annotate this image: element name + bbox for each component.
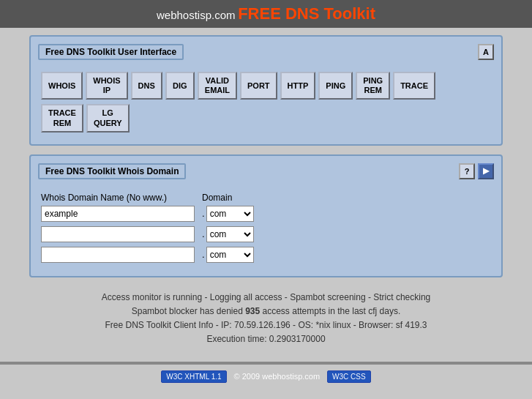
footer-line3: Free DNS Toolkit Client Info - IP: 70.59… <box>29 318 503 332</box>
btn-trace-rem[interactable]: TRACEREM <box>41 104 83 132</box>
go-btn[interactable]: ▶ <box>478 163 494 179</box>
footer-badges: W3C XHTML 1.1 © 2009 webhostisp.com W3C … <box>0 368 532 389</box>
form-columns: Whois Domain Name (No www.) Domain . com… <box>41 193 491 263</box>
footer-bar <box>0 362 532 365</box>
domain-select-1[interactable]: comnetorg <box>206 206 254 222</box>
domain-select-3[interactable]: comnetorg <box>206 247 254 263</box>
ext-row-3: . comnetorg <box>202 247 254 263</box>
toolbar-title-right: A <box>478 44 494 60</box>
footer-line2-post: access attempts in the last cfj days. <box>260 306 400 316</box>
help-btn[interactable]: ? <box>459 163 475 179</box>
domain-selects: . comnetorg . comnetorg . <box>202 206 254 263</box>
toolbar-panel-title: Free DNS Toolkit User Interface <box>38 44 184 60</box>
ext-row-2: . comnetorg <box>202 226 254 242</box>
ext-label: Domain <box>202 193 254 203</box>
toolbar-buttons: WHOIS WHOISIP DNS DIG VALIDEMAIL PORT HT… <box>38 67 494 104</box>
css-badge-label: W3C CSS <box>332 373 366 381</box>
dot-1: . <box>202 208 205 219</box>
footer-line1: Access monitor is running - Logging all … <box>29 291 503 305</box>
col-left: Whois Domain Name (No www.) <box>41 193 195 263</box>
footer-line4: Execution time: 0.2903170000 <box>29 332 503 346</box>
domain-input-2[interactable] <box>41 226 195 242</box>
css-badge: W3C CSS <box>327 370 371 383</box>
footer-denied-count: 935 <box>245 306 260 316</box>
footer-line2-pre: Spambot blocker has denied <box>132 306 245 316</box>
btn-dns[interactable]: DNS <box>131 72 162 100</box>
toolbar-buttons-row2: TRACEREM LGQUERY <box>38 104 494 136</box>
domain-select-2[interactable]: comnetorg <box>206 226 254 242</box>
xhtml-badge: W3C XHTML 1.1 <box>161 370 226 383</box>
btn-lg-query[interactable]: LGQUERY <box>86 104 130 132</box>
copyright: © 2009 webhostisp.com <box>234 372 321 381</box>
btn-trace[interactable]: TRACE <box>393 72 435 100</box>
xhtml-badge-label: W3C XHTML 1.1 <box>166 373 221 381</box>
whois-panel-title: Free DNS Toolkit Whois Domain <box>38 163 186 179</box>
btn-http[interactable]: HTTP <box>280 72 316 100</box>
whois-form: Whois Domain Name (No www.) Domain . com… <box>38 187 494 269</box>
footer-info: Access monitor is running - Logging all … <box>29 286 503 350</box>
domain-label: Whois Domain Name (No www.) <box>41 193 195 203</box>
ext-row-1: . comnetorg <box>202 206 254 222</box>
btn-valid-email[interactable]: VALIDEMAIL <box>198 72 237 100</box>
font-size-btn[interactable]: A <box>478 44 494 60</box>
dot-3: . <box>202 249 205 260</box>
btn-whois-ip[interactable]: WHOISIP <box>86 72 127 100</box>
toolbar-panel: Free DNS Toolkit User Interface A WHOIS … <box>29 35 503 146</box>
domain-input-1[interactable] <box>41 206 195 222</box>
btn-dig[interactable]: DIG <box>165 72 195 100</box>
site-name: webhostisp.com <box>157 9 236 21</box>
btn-ping[interactable]: PING <box>318 72 353 100</box>
dot-2: . <box>202 228 205 239</box>
whois-panel: Free DNS Toolkit Whois Domain ? ▶ Whois … <box>29 154 503 277</box>
domain-inputs <box>41 206 195 263</box>
main-content: Free DNS Toolkit User Interface A WHOIS … <box>0 28 532 357</box>
footer-line2: Spambot blocker has denied 935 access at… <box>29 305 503 318</box>
whois-title-right: ? ▶ <box>459 163 494 179</box>
btn-ping-rem[interactable]: PINGREM <box>356 72 390 100</box>
domain-input-3[interactable] <box>41 247 195 263</box>
col-right: Domain . comnetorg . comnetorg <box>202 193 254 263</box>
page-title: FREE DNS Toolkit <box>238 4 375 23</box>
header: webhostisp.com FREE DNS Toolkit <box>0 0 532 28</box>
toolbar-titlebar: Free DNS Toolkit User Interface A <box>38 44 494 60</box>
btn-whois[interactable]: WHOIS <box>41 72 83 100</box>
whois-titlebar: Free DNS Toolkit Whois Domain ? ▶ <box>38 163 494 179</box>
btn-port[interactable]: PORT <box>240 72 277 100</box>
